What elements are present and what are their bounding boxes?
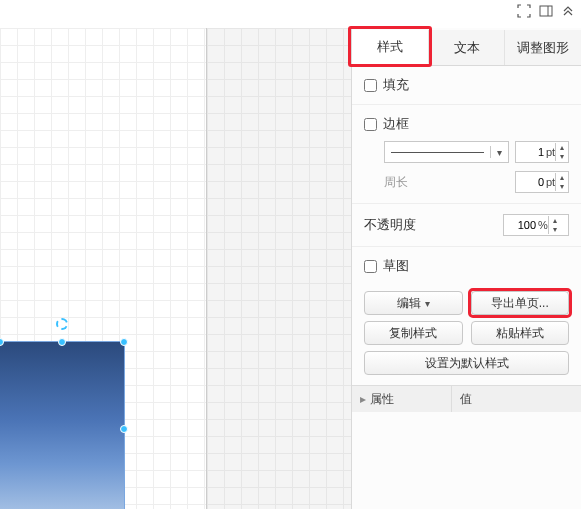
opacity-label: 不透明度	[364, 216, 416, 234]
collapse-icon[interactable]	[561, 4, 575, 18]
border-width-input[interactable]: pt	[515, 141, 569, 163]
edit-button[interactable]: 编辑	[364, 291, 463, 315]
properties-section: ▸ 属性 值	[352, 385, 581, 412]
perimeter-input[interactable]: pt	[515, 171, 569, 193]
button-row-2: 复制样式 粘贴样式	[352, 321, 581, 345]
fullscreen-icon[interactable]	[517, 4, 531, 18]
edit-button-label: 编辑	[397, 295, 421, 312]
perimeter-unit: pt	[546, 176, 555, 188]
opacity-spinner[interactable]	[548, 216, 562, 234]
tab-style-label: 样式	[377, 38, 403, 56]
section-fill: 填充	[352, 66, 581, 105]
section-border: 边框 pt 周长	[352, 105, 581, 204]
resize-handle-tr[interactable]	[120, 338, 128, 346]
tab-style[interactable]: 样式	[352, 30, 429, 65]
resize-handle-tc[interactable]	[58, 338, 66, 346]
chevron-down-icon	[425, 296, 430, 310]
border-label: 边框	[383, 115, 409, 133]
border-width-value[interactable]	[516, 146, 546, 158]
panel-body: 填充 边框 pt	[352, 66, 581, 412]
properties-value-header[interactable]: 值	[452, 386, 581, 412]
svg-rect-0	[540, 6, 552, 16]
canvas-page[interactable]	[0, 28, 207, 509]
canvas-outside[interactable]	[207, 28, 351, 509]
tab-text-label: 文本	[454, 39, 480, 57]
line-preview	[391, 152, 484, 153]
copy-style-label: 复制样式	[389, 325, 437, 342]
tab-shape-label: 调整图形	[517, 39, 569, 57]
sidebar-toggle-icon[interactable]	[539, 4, 553, 18]
attr-header-label: 属性	[370, 391, 394, 408]
opacity-unit: %	[538, 219, 548, 231]
copy-style-button[interactable]: 复制样式	[364, 321, 463, 345]
sketch-label: 草图	[383, 257, 409, 275]
border-width-unit: pt	[546, 146, 555, 158]
tab-text[interactable]: 文本	[429, 30, 506, 65]
set-default-style-button[interactable]: 设置为默认样式	[364, 351, 569, 375]
chevron-down-icon	[490, 146, 508, 158]
tab-shape[interactable]: 调整图形	[505, 30, 581, 65]
button-row-1: 编辑 导出单页...	[352, 291, 581, 315]
section-opacity: 不透明度 %	[352, 204, 581, 247]
main-area: 样式 文本 调整图形 填充 边框	[0, 0, 581, 509]
resize-handle-mr[interactable]	[120, 425, 128, 433]
canvas-column	[0, 28, 351, 509]
paste-style-button[interactable]: 粘贴样式	[471, 321, 570, 345]
properties-attr-header[interactable]: ▸ 属性	[352, 386, 452, 412]
opacity-value[interactable]	[504, 219, 538, 231]
set-default-label: 设置为默认样式	[425, 355, 509, 372]
rotate-handle[interactable]	[56, 318, 68, 330]
perimeter-spinner[interactable]	[555, 173, 568, 191]
export-page-label: 导出单页...	[491, 295, 549, 312]
sketch-checkbox[interactable]	[364, 260, 377, 273]
selected-shape[interactable]	[0, 342, 124, 509]
border-checkbox[interactable]	[364, 118, 377, 131]
export-page-button[interactable]: 导出单页...	[471, 291, 570, 315]
opacity-input[interactable]: %	[503, 214, 569, 236]
fill-label: 填充	[383, 76, 409, 94]
fill-checkbox[interactable]	[364, 79, 377, 92]
resize-handle-tl[interactable]	[0, 338, 4, 346]
border-style-combo[interactable]	[384, 141, 509, 163]
border-width-spinner[interactable]	[555, 143, 568, 161]
top-right-toolbar	[517, 4, 575, 18]
button-row-3: 设置为默认样式	[352, 345, 581, 375]
panel-tabs: 样式 文本 调整图形	[352, 30, 581, 66]
properties-header: ▸ 属性 值	[352, 386, 581, 412]
side-panel: 样式 文本 调整图形 填充 边框	[351, 28, 581, 509]
paste-style-label: 粘贴样式	[496, 325, 544, 342]
perimeter-value[interactable]	[516, 176, 546, 188]
value-header-label: 值	[460, 391, 472, 408]
section-sketch: 草图	[352, 247, 581, 285]
triangle-right-icon: ▸	[360, 392, 366, 406]
perimeter-label: 周长	[384, 174, 428, 191]
